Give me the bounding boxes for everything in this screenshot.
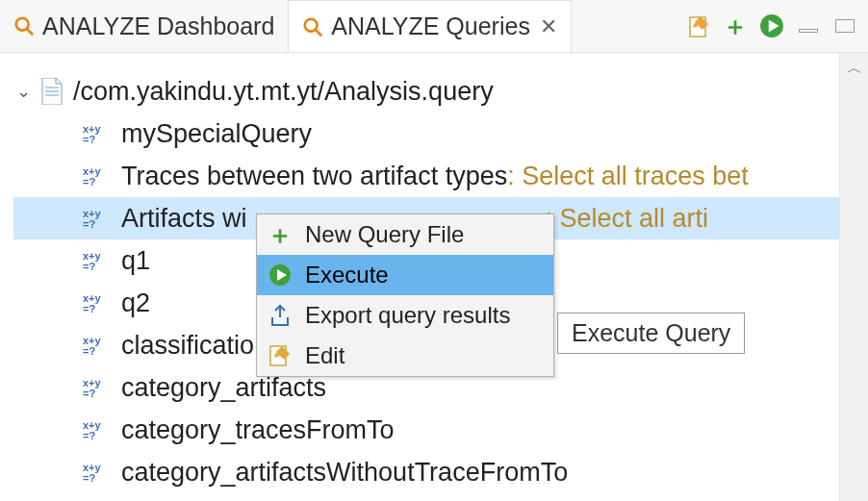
plus-icon: ＋ — [723, 10, 748, 43]
spacer — [572, 0, 676, 52]
svg-text:=?: =? — [83, 261, 95, 271]
file-node[interactable]: ⌄ /com.yakindu.yt.mt.yt/Analysis.query — [13, 70, 839, 113]
svg-text:=?: =? — [83, 176, 95, 187]
menu-new-query-file[interactable]: ＋ New Query File — [257, 214, 553, 255]
context-menu: ＋ New Query File Execute Export query re… — [256, 213, 554, 377]
query-desc: : Select all arti — [546, 204, 709, 234]
query-node[interactable]: x+y=? mySpecialQuery — [13, 113, 839, 155]
menu-label: Edit — [305, 342, 345, 369]
minimize-button[interactable] — [799, 29, 818, 33]
formula-icon: x+y=? — [83, 208, 112, 229]
menu-label: Execute — [305, 262, 389, 288]
svg-line-3 — [316, 29, 321, 35]
view-toolbar: ＋ — [676, 0, 868, 52]
formula-icon: x+y=? — [83, 123, 112, 144]
file-icon — [40, 78, 64, 105]
analyze-icon — [13, 15, 35, 37]
query-label: category_artifactsWithoutTraceFromTo — [121, 458, 568, 488]
svg-text:=?: =? — [83, 134, 95, 144]
svg-text:=?: =? — [83, 472, 95, 483]
run-toolbar-button[interactable] — [758, 13, 785, 39]
export-icon — [267, 302, 294, 329]
edit-icon — [267, 342, 294, 369]
svg-text:=?: =? — [83, 218, 95, 229]
query-label: q2 — [121, 288, 150, 318]
formula-icon: x+y=? — [83, 419, 112, 440]
query-node[interactable]: x+y=? — [13, 493, 839, 501]
menu-label: Export query results — [305, 302, 510, 329]
expand-icon[interactable]: ⌄ — [13, 81, 33, 102]
plus-icon: ＋ — [267, 221, 294, 248]
svg-line-1 — [27, 29, 33, 35]
maximize-button[interactable] — [835, 19, 855, 33]
query-node[interactable]: x+y=? category_artifactsWithoutTraceFrom… — [13, 451, 839, 493]
query-label: mySpecialQuery — [121, 119, 312, 149]
formula-icon: x+y=? — [83, 377, 112, 398]
menu-edit[interactable]: Edit — [257, 336, 553, 376]
close-icon[interactable]: ✕ — [540, 14, 557, 39]
edit-toolbar-button[interactable] — [685, 13, 712, 39]
formula-icon: x+y=? — [83, 335, 112, 356]
query-desc: : Select all traces bet — [507, 162, 749, 191]
analyze-icon — [302, 16, 323, 38]
vertical-scrollbar[interactable]: ︿ — [839, 53, 868, 501]
menu-label: New Query File — [305, 221, 464, 248]
tab-dashboard-label: ANALYZE Dashboard — [42, 13, 274, 40]
svg-text:=?: =? — [83, 430, 95, 440]
tab-queries[interactable]: ANALYZE Queries ✕ — [288, 0, 572, 52]
query-label: classificatio — [121, 331, 254, 361]
tab-dashboard[interactable]: ANALYZE Dashboard — [0, 0, 288, 52]
play-icon — [267, 262, 294, 288]
scroll-up-icon[interactable]: ︿ — [840, 59, 868, 79]
svg-point-0 — [16, 18, 29, 31]
query-label: Artifacts wi — [121, 204, 247, 234]
tooltip-text: Execute Query — [572, 319, 730, 346]
svg-text:=?: =? — [83, 388, 95, 398]
query-label: category_artifacts — [121, 373, 326, 403]
menu-execute[interactable]: Execute — [257, 255, 553, 295]
query-node[interactable]: x+y=? category_tracesFromTo — [13, 409, 839, 451]
query-label: q1 — [121, 246, 150, 276]
tab-bar: ANALYZE Dashboard ANALYZE Queries ✕ ＋ — [0, 0, 868, 53]
svg-point-2 — [305, 18, 318, 31]
svg-text:=?: =? — [83, 345, 95, 356]
menu-export[interactable]: Export query results — [257, 295, 553, 336]
formula-icon: x+y=? — [83, 250, 112, 271]
file-path: /com.yakindu.yt.mt.yt/Analysis.query — [73, 77, 494, 107]
tab-queries-label: ANALYZE Queries — [331, 13, 530, 40]
query-label: Traces between two artifact types — [121, 162, 507, 191]
query-label: category_tracesFromTo — [121, 415, 395, 445]
svg-text:=?: =? — [83, 303, 95, 313]
formula-icon: x+y=? — [83, 292, 112, 313]
add-toolbar-button[interactable]: ＋ — [722, 13, 749, 39]
formula-icon: x+y=? — [83, 165, 112, 187]
tooltip: Execute Query — [557, 313, 745, 354]
formula-icon: x+y=? — [83, 462, 112, 483]
query-node[interactable]: x+y=? Traces between two artifact types … — [13, 155, 839, 197]
